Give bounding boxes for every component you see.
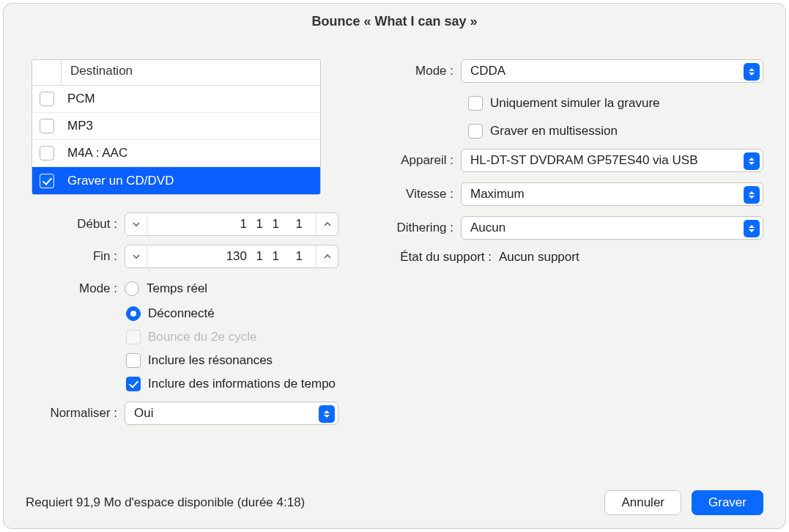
chk-tempo-row[interactable]: Inclure des informations de tempo [126, 372, 339, 396]
footer-status: Requiert 91,9 Mo d'espace disponible (du… [26, 495, 604, 510]
mode-left-row: Mode : Temps réel [26, 277, 339, 300]
normalize-label: Normaliser : [26, 406, 125, 421]
dialog-title: Bounce « What I can say » [4, 4, 785, 39]
speed-value: Maximum [470, 187, 525, 202]
chk-simulate-row[interactable]: Uniquement simuler la gravure [468, 92, 763, 115]
destination-header-checkbox-col [32, 60, 62, 85]
end-div[interactable]: 1 [269, 249, 279, 264]
dithering-value: Aucun [470, 221, 505, 235]
destination-row-burn[interactable]: Graver un CD/DVD [32, 167, 320, 194]
speed-row: Vitesse : Maximum [374, 182, 763, 206]
normalize-row: Normaliser : Oui [26, 402, 339, 425]
speed-label: Vitesse : [374, 187, 461, 202]
destination-list[interactable]: Destination PCM MP3 M4A : AAC Graver un … [32, 59, 321, 195]
mode-right-row: Mode : CDDA [374, 59, 763, 83]
radio-realtime[interactable] [125, 281, 139, 296]
end-stepper[interactable]: 130 1 1 1 [125, 245, 338, 268]
chk-tempo[interactable] [126, 377, 141, 391]
start-increment[interactable] [316, 213, 338, 235]
dialog-content: Destination PCM MP3 M4A : AAC Graver un … [4, 39, 785, 528]
end-tick[interactable]: 1 [292, 249, 303, 264]
media-state-row: État du support : Aucun support [374, 250, 763, 265]
burn-options: Uniquement simuler la gravure Graver en … [468, 92, 763, 143]
dithering-row: Dithering : Aucun [374, 216, 763, 240]
footer-buttons: Annuler Graver [604, 490, 763, 515]
start-stepper[interactable]: 1 1 1 1 [125, 213, 338, 236]
radio-offline-row[interactable]: Déconnecté [126, 302, 339, 325]
normalize-value: Oui [134, 406, 153, 421]
bounce-dialog: Bounce « What I can say » Destination PC… [3, 3, 786, 529]
mode-right-label: Mode : [374, 64, 461, 78]
end-label: Fin : [26, 249, 125, 264]
mode-value: CDDA [470, 64, 505, 78]
right-column: Mode : CDDA Uniquement simuler la gravur… [374, 59, 763, 528]
dithering-popup[interactable]: Aucun [461, 216, 763, 240]
chk-tempo-label: Inclure des informations de tempo [148, 377, 336, 391]
end-fields[interactable]: 130 1 1 1 [147, 249, 316, 264]
chevron-down-icon [133, 253, 140, 260]
end-decrement[interactable] [125, 245, 147, 267]
updown-arrows-icon [319, 405, 335, 423]
end-bar[interactable]: 130 [203, 249, 247, 264]
start-tick[interactable]: 1 [292, 217, 303, 232]
end-row: Fin : 130 1 1 1 [26, 245, 339, 268]
end-beat[interactable]: 1 [253, 249, 263, 264]
destination-checkbox-m4a[interactable] [40, 146, 54, 160]
cancel-button[interactable]: Annuler [604, 490, 681, 515]
destination-label-burn: Graver un CD/DVD [62, 174, 320, 188]
chk-tails-row[interactable]: Inclure les résonances [126, 349, 339, 372]
start-bar[interactable]: 1 [203, 217, 247, 232]
mode-left-label: Mode : [26, 281, 125, 296]
dialog-footer: Requiert 91,9 Mo d'espace disponible (du… [4, 490, 785, 515]
start-decrement[interactable] [125, 213, 147, 235]
chk-multisession[interactable] [468, 124, 483, 138]
chevron-up-icon [324, 253, 331, 260]
chk-tails-label: Inclure les résonances [148, 353, 273, 368]
chk-multisession-row[interactable]: Graver en multisession [468, 119, 763, 143]
updown-arrows-icon [744, 186, 760, 204]
media-state-label: État du support : [374, 250, 492, 265]
device-label: Appareil : [374, 153, 461, 168]
radio-offline-label: Déconnecté [148, 306, 215, 321]
destination-row-mp3[interactable]: MP3 [32, 113, 320, 140]
start-fields[interactable]: 1 1 1 1 [147, 217, 316, 232]
left-column: Destination PCM MP3 M4A : AAC Graver un … [26, 59, 339, 528]
destination-label-pcm: PCM [62, 92, 320, 106]
start-div[interactable]: 1 [269, 217, 279, 232]
updown-arrows-icon [744, 152, 760, 170]
normalize-popup[interactable]: Oui [125, 402, 338, 425]
dithering-label: Dithering : [374, 221, 461, 235]
device-value: HL-DT-ST DVDRAM GP57ES40 via USB [470, 153, 698, 168]
device-row: Appareil : HL-DT-ST DVDRAM GP57ES40 via … [374, 149, 763, 172]
chk-2nd-cycle [126, 330, 141, 344]
radio-realtime-row[interactable]: Temps réel [125, 277, 207, 300]
destination-row-m4a[interactable]: M4A : AAC [32, 140, 320, 167]
chk-2nd-cycle-label: Bounce du 2e cycle [148, 330, 256, 344]
chk-2nd-cycle-row: Bounce du 2e cycle [126, 325, 339, 349]
speed-popup[interactable]: Maximum [461, 182, 763, 206]
destination-label-mp3: MP3 [62, 119, 320, 133]
end-increment[interactable] [316, 245, 338, 267]
destination-label-m4a: M4A : AAC [62, 146, 320, 160]
start-beat[interactable]: 1 [253, 217, 263, 232]
updown-arrows-icon [744, 63, 760, 81]
chevron-down-icon [133, 221, 140, 228]
mode-popup[interactable]: CDDA [461, 59, 763, 83]
destination-header: Destination [32, 60, 320, 86]
radio-realtime-label: Temps réel [147, 281, 207, 296]
destination-checkbox-burn[interactable] [40, 174, 54, 188]
chk-simulate-label: Uniquement simuler la gravure [490, 96, 660, 111]
destination-checkbox-pcm[interactable] [40, 92, 54, 106]
destination-checkbox-mp3[interactable] [40, 119, 54, 133]
media-state-value: Aucun support [499, 250, 579, 265]
chevron-up-icon [324, 221, 331, 228]
chk-multisession-label: Graver en multisession [490, 124, 618, 138]
start-row: Début : 1 1 1 1 [26, 213, 339, 236]
left-form: Début : 1 1 1 1 [26, 213, 339, 425]
device-popup[interactable]: HL-DT-ST DVDRAM GP57ES40 via USB [461, 149, 763, 172]
burn-button[interactable]: Graver [692, 490, 763, 515]
radio-offline[interactable] [126, 306, 141, 321]
chk-simulate[interactable] [468, 96, 483, 111]
destination-row-pcm[interactable]: PCM [32, 86, 320, 113]
chk-tails[interactable] [126, 353, 141, 368]
